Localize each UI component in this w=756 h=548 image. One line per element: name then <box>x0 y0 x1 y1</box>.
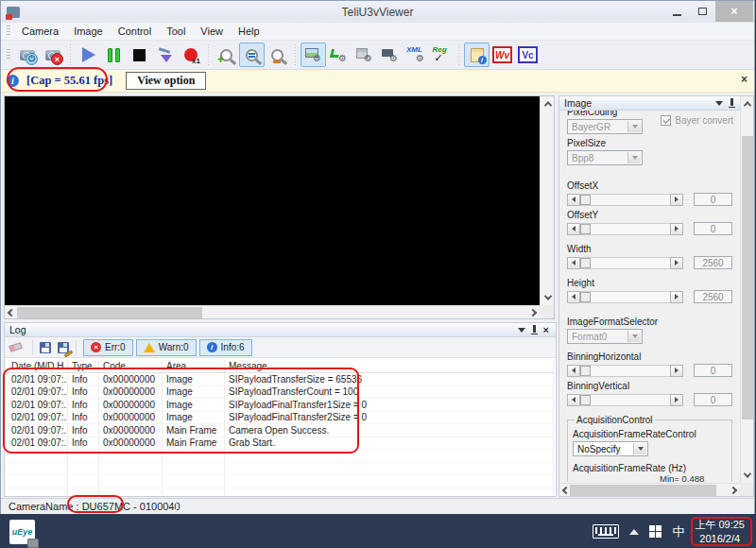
width-right-arrow[interactable] <box>670 257 683 269</box>
stop-button[interactable] <box>127 43 152 67</box>
menu-tool[interactable]: Tool <box>159 24 193 39</box>
menu-control[interactable]: Control <box>111 24 159 39</box>
menu-image[interactable]: Image <box>66 24 111 39</box>
filter-warnings-button[interactable]: Warn:0 <box>136 339 197 356</box>
horizontal-scroll-thumb[interactable] <box>17 307 202 318</box>
view-option-button[interactable]: View option <box>126 72 206 90</box>
offsety-thumb[interactable] <box>580 224 591 234</box>
panel-horizontal-scrollbar[interactable] <box>559 483 740 496</box>
log-row[interactable]: 02/01 09:07:...Info 0x00000000Image SIPa… <box>8 412 554 425</box>
width-thumb[interactable] <box>580 258 591 268</box>
panel-vertical-scrollbar[interactable] <box>740 96 753 483</box>
width-slider: 2560 <box>567 256 732 269</box>
offsety-track[interactable] <box>580 223 670 235</box>
binning-h-thumb[interactable] <box>580 366 591 376</box>
panel-scroll-right-arrow[interactable] <box>727 484 740 497</box>
trigger-button[interactable] <box>152 43 178 67</box>
panel-hscroll-thumb[interactable] <box>570 485 716 496</box>
menu-camera[interactable]: Camera <box>14 24 66 39</box>
close-button[interactable]: × <box>715 1 753 22</box>
acquisition-settings-button[interactable]: ⚙ <box>326 43 352 67</box>
clear-log-icon[interactable] <box>9 342 23 352</box>
pause-button[interactable] <box>101 43 127 67</box>
close-camera-button[interactable]: × <box>40 43 65 67</box>
framerate-control-dropdown[interactable]: NoSpecify <box>573 441 648 456</box>
camera-settings-button[interactable]: ⚙ <box>377 43 403 67</box>
offsetx-track[interactable] <box>580 194 670 206</box>
filter-errors-button[interactable]: × Err:0 <box>83 339 133 356</box>
minimize-button[interactable] <box>664 1 690 22</box>
log-row[interactable]: 02/01 09:07:...Info 0x00000000Main Frame… <box>8 437 554 451</box>
panel-vscroll-thumb[interactable] <box>742 136 753 420</box>
scroll-down-arrow[interactable] <box>541 291 555 304</box>
width-left-arrow[interactable] <box>567 257 580 269</box>
show-hidden-icons-arrow[interactable] <box>629 529 639 535</box>
binning-v-thumb[interactable] <box>580 395 591 405</box>
register-check-button[interactable]: Reg✓ <box>428 43 454 67</box>
save-log-as-icon[interactable] <box>58 342 69 353</box>
log-table-header[interactable]: Date (M/D H... Type Code Area Message <box>8 360 554 373</box>
log-panel-pin-icon[interactable] <box>533 325 536 333</box>
panel-pin-icon[interactable] <box>730 98 733 106</box>
acquisition-group-label: AcquisitionControl <box>575 415 655 425</box>
scroll-left-arrow[interactable] <box>5 306 18 319</box>
log-row[interactable]: 02/01 09:07:...Info 0x00000000Image SIPa… <box>8 386 554 400</box>
ime-indicator[interactable]: 中 <box>672 523 684 540</box>
offsety-left-arrow[interactable] <box>567 223 580 235</box>
panel-menu-icon[interactable] <box>715 101 723 106</box>
zoom-out-button[interactable] <box>265 43 290 67</box>
pixelcoding-dropdown: BayerGR <box>567 119 643 134</box>
display-horizontal-scrollbar[interactable] <box>5 305 540 318</box>
infobar-close-icon[interactable]: × <box>741 74 747 85</box>
log-panel-menu-icon[interactable] <box>518 328 525 333</box>
desktop: TeliU3vViewer × Camera Image Control Too… <box>0 0 756 548</box>
scroll-right-arrow[interactable] <box>526 306 540 319</box>
toolbar-grip <box>7 49 10 60</box>
video-capture-button[interactable]: Vc <box>515 43 541 67</box>
panel-scroll-down-arrow[interactable] <box>741 469 754 482</box>
offsetx-left-arrow[interactable] <box>567 194 580 206</box>
framerate-label: AcquisitionFrameRate (Hz) <box>573 463 727 473</box>
height-track[interactable] <box>580 291 670 303</box>
binning-v-track[interactable] <box>580 394 670 406</box>
log-window-button[interactable]: i <box>464 43 490 67</box>
menu-help[interactable]: Help <box>231 24 267 39</box>
binning-h-left-arrow[interactable] <box>567 365 580 377</box>
waveform-button[interactable]: Wv <box>490 43 515 67</box>
height-left-arrow[interactable] <box>567 291 580 303</box>
windows-logo-icon[interactable] <box>649 525 662 539</box>
open-camera-button[interactable]: ⏻ <box>14 43 40 67</box>
transport-settings-button[interactable]: ⚙ <box>352 43 377 67</box>
maximize-button[interactable] <box>690 1 715 22</box>
filter-info-button[interactable]: i Info:6 <box>199 339 252 356</box>
taskbar-clock[interactable]: 上午 09:25 2016/2/4 <box>695 518 748 546</box>
menu-view[interactable]: View <box>193 24 231 39</box>
offsety-right-arrow[interactable] <box>670 223 683 235</box>
zoom-fit-button[interactable] <box>239 43 265 67</box>
offsetx-right-arrow[interactable] <box>670 194 683 206</box>
record-button[interactable]: x1 <box>178 43 203 67</box>
binning-h-right-arrow[interactable] <box>670 365 683 377</box>
log-row[interactable]: 02/01 09:07:...Info 0x00000000Main Frame… <box>8 424 554 437</box>
offsetx-thumb[interactable] <box>580 195 591 205</box>
width-track[interactable] <box>580 257 670 269</box>
play-button[interactable] <box>76 43 101 67</box>
col-message: Message <box>225 360 554 372</box>
scroll-up-arrow[interactable] <box>541 97 555 111</box>
binning-h-track[interactable] <box>580 365 670 377</box>
zoom-in-button[interactable]: + <box>214 43 239 67</box>
image-settings-button[interactable]: ⚙ <box>301 43 326 67</box>
log-row[interactable]: 02/01 09:07:...Info 0x00000000Image SIPa… <box>8 399 554 412</box>
xml-settings-button[interactable]: XML⚙ <box>403 43 428 67</box>
display-vertical-scrollbar[interactable] <box>540 96 554 305</box>
touch-keyboard-icon[interactable] <box>593 524 619 539</box>
save-log-icon[interactable] <box>40 342 51 353</box>
binning-v-left-arrow[interactable] <box>567 394 580 406</box>
panel-scroll-up-arrow[interactable] <box>741 97 754 111</box>
height-right-arrow[interactable] <box>670 291 683 303</box>
binning-v-right-arrow[interactable] <box>670 394 683 406</box>
log-row[interactable]: 02/01 09:07:...Info 0x00000000Image SIPa… <box>8 373 554 386</box>
log-panel-close-icon[interactable]: × <box>543 325 549 335</box>
ueye-taskbar-icon[interactable]: uEye <box>9 520 35 544</box>
height-thumb[interactable] <box>580 292 591 302</box>
